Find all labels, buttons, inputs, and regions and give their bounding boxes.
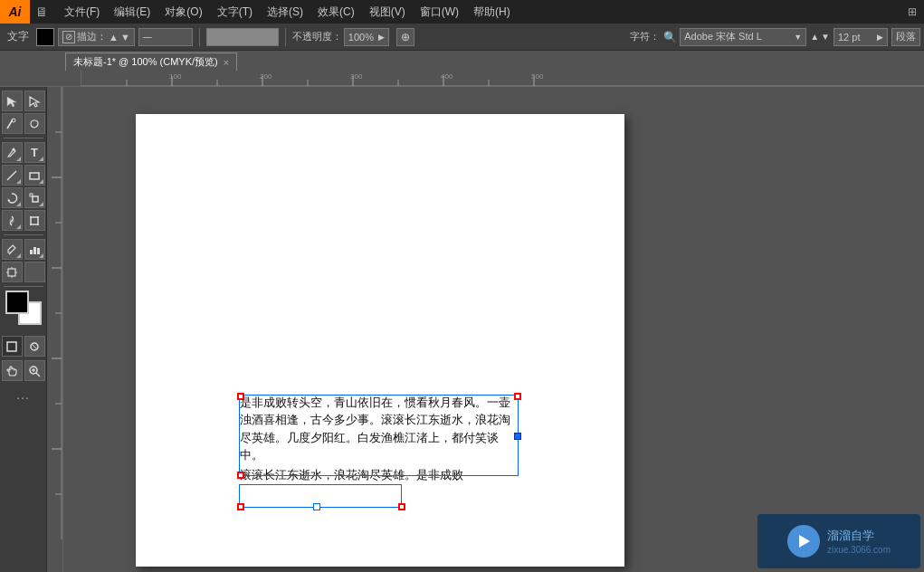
text-content[interactable]: 是非成败转头空，青山依旧在，惯看秋月春风。一壶浊酒喜相逢，古今多少事。滚滚长江东… xyxy=(240,395,516,484)
svg-line-42 xyxy=(32,344,37,349)
swatch-area xyxy=(4,291,43,330)
menu-effect[interactable]: 效果(C) xyxy=(310,0,362,24)
paragraph-label: 段落 xyxy=(896,30,916,43)
document-tab[interactable]: 未标题-1* @ 100% (CMYK/预览) × xyxy=(65,52,237,71)
menu-help[interactable]: 帮助(H) xyxy=(466,0,518,24)
toolbar: T xyxy=(0,87,47,572)
menu-edit[interactable]: 编辑(E) xyxy=(107,0,157,24)
horizontal-ruler: 100 200 300 400 500 xyxy=(81,71,924,87)
stroke-indicator: ⊘ xyxy=(62,31,75,43)
chart-tool[interactable] xyxy=(24,239,45,260)
font-section: 字符： 🔍 Adobe 宋体 Std L ▼ ▲ ▼ 12 pt ▶ 段落 xyxy=(630,28,920,46)
tool-row-pen: T xyxy=(2,142,45,163)
menu-object[interactable]: 对象(O) xyxy=(157,0,209,24)
menu-view[interactable]: 视图(V) xyxy=(362,0,413,24)
paragraph-btn[interactable]: 段落 xyxy=(891,28,920,46)
direct-selection-tool[interactable] xyxy=(24,91,45,111)
quick-mask-mode[interactable] xyxy=(24,336,45,357)
line-tool[interactable] xyxy=(2,165,23,186)
pen-tool[interactable] xyxy=(2,142,23,163)
brush-input[interactable] xyxy=(206,28,279,46)
menu-text[interactable]: 文字(T) xyxy=(210,0,260,24)
svg-point-27 xyxy=(30,216,32,218)
scale-tool[interactable] xyxy=(24,187,45,208)
tool-row-nav xyxy=(2,360,45,381)
main-area: T xyxy=(0,87,924,572)
tool-row-artboard xyxy=(2,262,45,282)
menu-select[interactable]: 选择(S) xyxy=(260,0,310,24)
svg-text:100: 100 xyxy=(169,72,182,81)
svg-rect-33 xyxy=(33,247,36,254)
font-search-icon: 🔍 xyxy=(663,31,676,43)
stroke-down-icon: ▼ xyxy=(120,32,130,43)
stroke-up-icon: ▲ xyxy=(109,32,119,43)
stroke-width-select[interactable]: — xyxy=(138,28,193,46)
svg-line-19 xyxy=(7,171,16,180)
free-transform-tool[interactable] xyxy=(24,210,45,231)
menu-window[interactable]: 窗口(W) xyxy=(413,0,466,24)
watermark-title: 溜溜自学 xyxy=(827,528,891,544)
tool-label: 文字 xyxy=(4,29,33,44)
sep-2 xyxy=(4,234,43,235)
font-arrow: ▼ xyxy=(794,33,802,42)
canvas-area[interactable]: 是非成败转头空，青山依旧在，惯看秋月春风。一壶浊酒喜相逢，古今多少事。滚滚长江东… xyxy=(63,87,924,572)
selection-tool[interactable] xyxy=(2,91,23,111)
stroke-toggle[interactable]: ⊘ 描边： ▲ ▼ xyxy=(58,28,135,46)
opacity-arrow: ▶ xyxy=(378,33,385,42)
zoom-tool[interactable] xyxy=(24,360,45,381)
font-selector[interactable]: Adobe 宋体 Std L ▼ xyxy=(680,28,806,46)
ruler-corner xyxy=(65,71,81,87)
font-size-value: 12 pt xyxy=(838,32,860,43)
opacity-input[interactable]: 100% ▶ xyxy=(344,28,389,46)
tool-row-modes xyxy=(2,336,45,357)
tool-row-transform xyxy=(2,113,45,134)
watermark: 溜溜自学 zixue.3066.com xyxy=(757,514,920,568)
tab-close-button[interactable]: × xyxy=(224,57,229,68)
svg-text:500: 500 xyxy=(531,72,544,81)
opacity-control: 不透明度： 100% ▶ xyxy=(292,28,389,46)
font-size-input[interactable]: 12 pt ▶ xyxy=(834,28,888,46)
vertical-ruler xyxy=(47,87,63,572)
hand-tool[interactable] xyxy=(2,360,23,381)
options-bar: 文字 ⊘ 描边： ▲ ▼ — 不透明度： 100% ▶ ⊕ 字符： 🔍 Adob… xyxy=(0,24,924,51)
rotate-tool[interactable] xyxy=(2,187,23,208)
global-icon[interactable]: ⊕ xyxy=(396,28,414,46)
watermark-icon xyxy=(787,525,820,558)
magic-wand-tool[interactable] xyxy=(2,113,23,134)
svg-text:200: 200 xyxy=(260,72,272,81)
tab-title: 未标题-1* @ 100% (CMYK/预览) xyxy=(73,55,218,69)
sep1 xyxy=(199,28,200,46)
global-icon-area: ⊕ xyxy=(396,28,414,46)
type-tool[interactable]: T xyxy=(24,142,45,163)
menu-bar: 文件(F) 编辑(E) 对象(O) 文字(T) 选择(S) 效果(C) 视图(V… xyxy=(53,0,900,24)
svg-point-18 xyxy=(13,148,15,150)
sep-3 xyxy=(4,286,43,287)
svg-marker-57 xyxy=(799,535,810,548)
eyedropper-tool[interactable] xyxy=(2,239,23,260)
svg-text:400: 400 xyxy=(441,72,453,81)
text-line-2: 滚滚长江东逝水，浪花淘尽英雄。是非成败 xyxy=(240,467,516,484)
canvas-container: 是非成败转头空，青山依旧在，惯看秋月春风。一壶浊酒喜相逢，古今多少事。滚滚长江东… xyxy=(47,87,924,572)
svg-line-44 xyxy=(36,373,40,377)
svg-rect-40 xyxy=(7,342,16,351)
window-icon: 🖥 xyxy=(30,0,53,24)
fg-swatch[interactable] xyxy=(5,291,29,314)
menu-file[interactable]: 文件(F) xyxy=(57,0,107,24)
artboard-tool[interactable] xyxy=(2,262,23,282)
fill-swatch[interactable] xyxy=(36,28,54,46)
up-arrow-icon: ▲ xyxy=(810,32,819,42)
rectangle-tool[interactable] xyxy=(24,165,45,186)
svg-point-29 xyxy=(30,224,32,225)
svg-rect-26 xyxy=(31,217,38,224)
svg-point-28 xyxy=(37,216,39,218)
ruler-top: 100 200 300 400 500 xyxy=(0,71,924,87)
sep-1 xyxy=(4,138,43,138)
app-logo: Ai xyxy=(0,0,30,24)
empty-tool xyxy=(24,262,45,282)
normal-mode[interactable] xyxy=(2,336,23,357)
more-tools[interactable]: ··· xyxy=(16,390,30,405)
lasso-tool[interactable] xyxy=(24,113,45,134)
warp-tool[interactable] xyxy=(2,210,23,231)
svg-text:300: 300 xyxy=(350,72,363,81)
font-size-control: ▲ ▼ xyxy=(810,32,830,42)
